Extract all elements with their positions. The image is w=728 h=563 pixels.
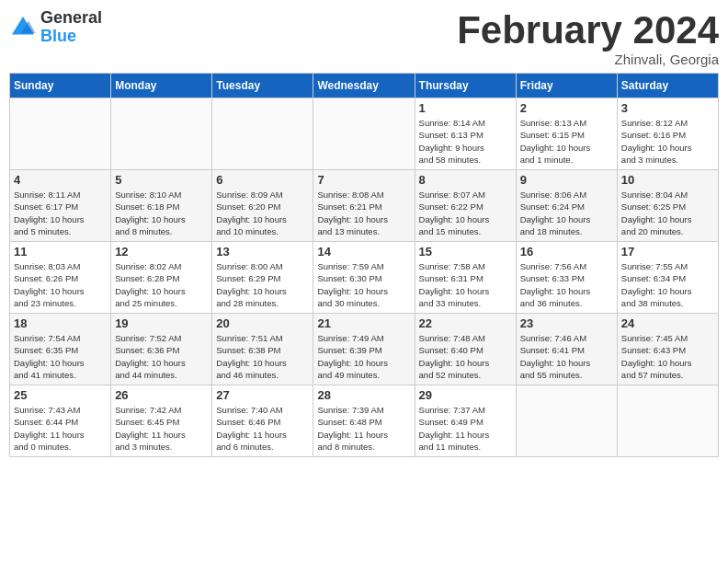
calendar-cell: 13Sunrise: 8:00 AM Sunset: 6:29 PM Dayli… [212,242,313,314]
week-row-3: 11Sunrise: 8:03 AM Sunset: 6:26 PM Dayli… [10,242,719,314]
day-number: 24 [621,316,714,330]
calendar-cell [617,385,718,457]
day-number: 14 [317,245,410,259]
day-number: 11 [14,245,107,259]
day-info: Sunrise: 7:46 AM Sunset: 6:41 PM Dayligh… [520,332,613,381]
day-number: 19 [115,316,208,330]
day-info: Sunrise: 7:56 AM Sunset: 6:33 PM Dayligh… [520,260,613,309]
calendar-cell: 7Sunrise: 8:08 AM Sunset: 6:21 PM Daylig… [313,170,415,242]
day-number: 15 [419,245,512,259]
calendar-cell: 29Sunrise: 7:37 AM Sunset: 6:49 PM Dayli… [415,385,516,457]
logo-icon [9,14,37,41]
weekday-header-monday: Monday [111,74,212,98]
calendar-cell: 8Sunrise: 8:07 AM Sunset: 6:22 PM Daylig… [415,170,516,242]
calendar-cell: 15Sunrise: 7:58 AM Sunset: 6:31 PM Dayli… [415,242,516,314]
calendar-cell [516,385,617,457]
day-number: 6 [216,173,309,187]
calendar-cell: 12Sunrise: 8:02 AM Sunset: 6:28 PM Dayli… [111,242,212,314]
calendar-cell: 26Sunrise: 7:42 AM Sunset: 6:45 PM Dayli… [111,385,212,457]
day-info: Sunrise: 7:39 AM Sunset: 6:48 PM Dayligh… [317,404,410,453]
logo-text: General Blue [40,9,102,46]
day-number: 25 [14,388,107,402]
week-row-1: 1Sunrise: 8:14 AM Sunset: 6:13 PM Daylig… [10,98,719,170]
logo-general-text: General [40,9,102,28]
day-number: 17 [621,245,714,259]
day-number: 12 [115,245,208,259]
calendar-cell: 27Sunrise: 7:40 AM Sunset: 6:46 PM Dayli… [212,385,313,457]
logo-blue-text: Blue [40,28,102,46]
calendar-cell: 22Sunrise: 7:48 AM Sunset: 6:40 PM Dayli… [415,314,516,385]
calendar-cell [212,98,313,170]
day-info: Sunrise: 7:45 AM Sunset: 6:43 PM Dayligh… [621,332,714,381]
day-info: Sunrise: 8:04 AM Sunset: 6:25 PM Dayligh… [621,189,714,237]
calendar-cell: 25Sunrise: 7:43 AM Sunset: 6:44 PM Dayli… [10,385,111,457]
day-number: 29 [419,388,512,402]
logo: General Blue [9,9,102,46]
day-info: Sunrise: 8:03 AM Sunset: 6:26 PM Dayligh… [14,260,107,309]
day-number: 27 [216,388,309,402]
day-info: Sunrise: 8:12 AM Sunset: 6:16 PM Dayligh… [621,117,714,166]
weekday-header-friday: Friday [516,74,617,98]
calendar-cell: 10Sunrise: 8:04 AM Sunset: 6:25 PM Dayli… [617,170,718,242]
day-number: 20 [216,316,309,330]
day-number: 28 [317,388,410,402]
weekday-header-thursday: Thursday [415,74,516,98]
day-info: Sunrise: 7:42 AM Sunset: 6:45 PM Dayligh… [115,404,208,453]
calendar-cell: 1Sunrise: 8:14 AM Sunset: 6:13 PM Daylig… [415,98,516,170]
day-number: 10 [621,173,714,187]
day-number: 16 [520,245,613,259]
calendar-cell: 19Sunrise: 7:52 AM Sunset: 6:36 PM Dayli… [111,314,212,385]
day-number: 4 [14,173,107,187]
calendar-cell: 23Sunrise: 7:46 AM Sunset: 6:41 PM Dayli… [516,314,617,385]
day-info: Sunrise: 8:09 AM Sunset: 6:20 PM Dayligh… [216,189,309,237]
calendar-cell: 3Sunrise: 8:12 AM Sunset: 6:16 PM Daylig… [617,98,718,170]
calendar-cell: 11Sunrise: 8:03 AM Sunset: 6:26 PM Dayli… [10,242,111,314]
weekday-header-row: SundayMondayTuesdayWednesdayThursdayFrid… [10,74,719,98]
calendar-cell: 20Sunrise: 7:51 AM Sunset: 6:38 PM Dayli… [212,314,313,385]
weekday-header-sunday: Sunday [10,74,111,98]
calendar-cell: 28Sunrise: 7:39 AM Sunset: 6:48 PM Dayli… [313,385,415,457]
day-info: Sunrise: 7:58 AM Sunset: 6:31 PM Dayligh… [419,260,512,309]
day-info: Sunrise: 8:11 AM Sunset: 6:17 PM Dayligh… [14,189,107,237]
day-info: Sunrise: 7:49 AM Sunset: 6:39 PM Dayligh… [317,332,410,381]
day-info: Sunrise: 7:59 AM Sunset: 6:30 PM Dayligh… [317,260,410,309]
calendar-cell [111,98,212,170]
calendar-cell: 24Sunrise: 7:45 AM Sunset: 6:43 PM Dayli… [617,314,718,385]
day-number: 2 [520,101,613,115]
day-info: Sunrise: 8:13 AM Sunset: 6:15 PM Dayligh… [520,117,613,166]
calendar-cell: 21Sunrise: 7:49 AM Sunset: 6:39 PM Dayli… [313,314,415,385]
week-row-4: 18Sunrise: 7:54 AM Sunset: 6:35 PM Dayli… [10,314,719,385]
day-number: 23 [520,316,613,330]
day-info: Sunrise: 8:10 AM Sunset: 6:18 PM Dayligh… [115,189,208,237]
day-number: 13 [216,245,309,259]
day-info: Sunrise: 7:55 AM Sunset: 6:34 PM Dayligh… [621,260,714,309]
weekday-header-saturday: Saturday [617,74,718,98]
day-info: Sunrise: 8:14 AM Sunset: 6:13 PM Dayligh… [419,117,512,166]
month-title: February 2024 [457,9,719,52]
day-info: Sunrise: 7:37 AM Sunset: 6:49 PM Dayligh… [419,404,512,453]
week-row-5: 25Sunrise: 7:43 AM Sunset: 6:44 PM Dayli… [10,385,719,457]
day-number: 7 [317,173,410,187]
day-number: 8 [419,173,512,187]
day-info: Sunrise: 7:54 AM Sunset: 6:35 PM Dayligh… [14,332,107,381]
day-number: 3 [621,101,714,115]
day-info: Sunrise: 7:48 AM Sunset: 6:40 PM Dayligh… [419,332,512,381]
calendar-cell [313,98,415,170]
calendar-cell: 17Sunrise: 7:55 AM Sunset: 6:34 PM Dayli… [617,242,718,314]
day-number: 21 [317,316,410,330]
day-info: Sunrise: 8:06 AM Sunset: 6:24 PM Dayligh… [520,189,613,237]
calendar-cell: 9Sunrise: 8:06 AM Sunset: 6:24 PM Daylig… [516,170,617,242]
day-info: Sunrise: 8:02 AM Sunset: 6:28 PM Dayligh… [115,260,208,309]
day-number: 22 [419,316,512,330]
day-number: 5 [115,173,208,187]
day-info: Sunrise: 7:51 AM Sunset: 6:38 PM Dayligh… [216,332,309,381]
day-info: Sunrise: 8:00 AM Sunset: 6:29 PM Dayligh… [216,260,309,309]
day-number: 26 [115,388,208,402]
calendar-table: SundayMondayTuesdayWednesdayThursdayFrid… [9,73,719,457]
day-info: Sunrise: 7:52 AM Sunset: 6:36 PM Dayligh… [115,332,208,381]
day-info: Sunrise: 8:08 AM Sunset: 6:21 PM Dayligh… [317,189,410,237]
day-info: Sunrise: 8:07 AM Sunset: 6:22 PM Dayligh… [419,189,512,237]
calendar-cell: 4Sunrise: 8:11 AM Sunset: 6:17 PM Daylig… [10,170,111,242]
title-area: February 2024 Zhinvali, Georgia [457,9,719,67]
day-number: 1 [419,101,512,115]
